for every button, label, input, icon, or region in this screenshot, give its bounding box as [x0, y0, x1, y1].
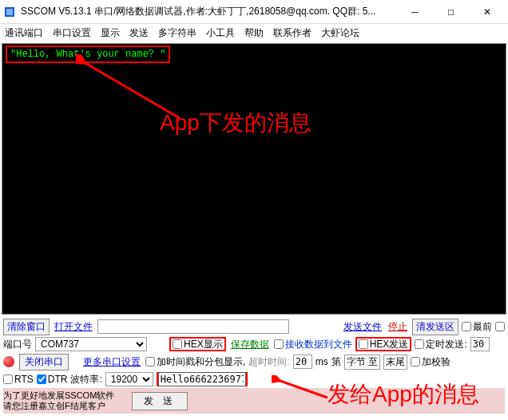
timeout-label: 超时时间: — [248, 355, 289, 369]
send-file-button[interactable]: 发送文件 — [342, 320, 383, 334]
timeout-unit: ms — [316, 356, 328, 367]
save-data-button[interactable]: 保存数据 — [229, 338, 271, 351]
app-icon — [3, 6, 16, 18]
timeout-input[interactable] — [293, 355, 312, 369]
bytes-l2: 字节 至 — [344, 355, 380, 370]
timed-send-label: 定时发送: — [426, 338, 466, 351]
bytes-l3: 末尾 — [383, 355, 407, 370]
timestamp-checkbox[interactable]: 加时间戳和分包显示, — [145, 355, 245, 369]
menu-tools[interactable]: 小工具 — [206, 26, 235, 40]
open-file-button[interactable]: 打开文件 — [53, 320, 94, 334]
baud-label: 波特率: — [70, 373, 101, 386]
menu-send[interactable]: 发送 — [129, 26, 149, 40]
stop-button[interactable]: 停止 — [387, 320, 409, 334]
hex-send-checkbox[interactable]: HEX发送 — [359, 338, 409, 351]
hex-display-box: HEX显示 — [169, 337, 226, 351]
topmost-checkbox[interactable]: 最前 — [462, 320, 492, 334]
recv-to-file-label: 接收数据到文件 — [285, 338, 352, 351]
dtr-label: DTR — [48, 374, 68, 385]
menu-help[interactable]: 帮助 — [244, 26, 264, 40]
terminal-output: "Hello, What's your name? " — [2, 43, 506, 315]
hex-send-label: HEX发送 — [370, 338, 409, 351]
svg-rect-1 — [6, 9, 13, 15]
controls-row-1: 清除窗口 打开文件 发送文件 停止 清发送区 最前 — [3, 318, 505, 335]
add-crc-checkbox[interactable]: 加校验 — [411, 355, 450, 369]
controls-row-2: 端口号 COM737 HEX显示 保存数据 接收数据到文件 HEX发送 定时发送… — [3, 335, 505, 353]
title-bar: SSCOM V5.13.1 串口/网络数据调试器,作者:大虾丁丁,2618058… — [0, 0, 508, 24]
menu-multistring[interactable]: 多字符串 — [158, 26, 196, 40]
controls-row-3: 关闭串口 更多串口设置 加时间戳和分包显示, 超时时间: ms 第 字节 至 末… — [3, 353, 505, 370]
clear-send-button[interactable]: 清发送区 — [412, 319, 458, 335]
menu-display[interactable]: 显示 — [101, 26, 120, 40]
port-select[interactable]: COM737 — [35, 337, 147, 351]
window-title: SSCOM V5.13.1 串口/网络数据调试器,作者:大虾丁丁,2618058… — [21, 5, 397, 18]
recv-to-file-checkbox[interactable]: 接收数据到文件 — [274, 338, 352, 351]
topmost-label: 最前 — [473, 320, 492, 334]
port-label: 端口号 — [3, 338, 32, 351]
menu-bar: 通讯端口 串口设置 显示 发送 多字符串 小工具 帮助 联系作者 大虾论坛 — [0, 24, 508, 42]
annotation-downlink: App下发的消息 — [160, 108, 312, 138]
timed-send-value[interactable] — [470, 337, 490, 351]
menu-forum[interactable]: 大虾论坛 — [321, 26, 359, 40]
send-input-box — [157, 372, 248, 386]
close-port-icon[interactable] — [3, 356, 14, 367]
rts-checkbox[interactable]: RTS — [3, 374, 34, 385]
annotation-uplink: 发给App的消息 — [327, 379, 479, 410]
menu-contact[interactable]: 联系作者 — [273, 26, 312, 40]
menu-comm-port[interactable]: 通讯端口 — [5, 26, 43, 40]
more-settings-button[interactable]: 更多串口设置 — [81, 355, 142, 369]
english-checkbox[interactable] — [495, 322, 505, 331]
bytes-l1: 第 — [331, 355, 341, 369]
rts-label: RTS — [14, 374, 34, 385]
send-input[interactable] — [158, 372, 246, 386]
hex-send-box: HEX发送 — [355, 337, 412, 351]
baud-select[interactable]: 19200 — [105, 372, 153, 386]
add-crc-label: 加校验 — [422, 355, 450, 369]
maximize-button[interactable]: □ — [433, 0, 469, 24]
send-button[interactable]: 发 送 — [132, 392, 187, 410]
status-line-2: 请您注册嘉立创F结尾客户 — [3, 401, 114, 411]
minimize-button[interactable]: ─ — [397, 0, 433, 24]
dtr-checkbox[interactable]: DTR — [37, 374, 68, 385]
clear-window-button[interactable]: 清除窗口 — [3, 319, 50, 335]
close-button[interactable]: ✕ — [469, 0, 505, 24]
file-path-input[interactable] — [97, 319, 289, 334]
hex-display-checkbox[interactable]: HEX显示 — [173, 338, 223, 351]
menu-serial-settings[interactable]: 串口设置 — [53, 26, 91, 40]
hex-display-label: HEX显示 — [184, 338, 223, 351]
timed-send-checkbox[interactable]: 定时发送: — [415, 338, 466, 351]
received-message: "Hello, What's your name? " — [6, 46, 170, 63]
close-port-button[interactable]: 关闭串口 — [19, 354, 69, 370]
status-line-1: 为了更好地发展SSCOM软件 — [3, 390, 114, 401]
timestamp-label: 加时间戳和分包显示, — [157, 355, 245, 369]
